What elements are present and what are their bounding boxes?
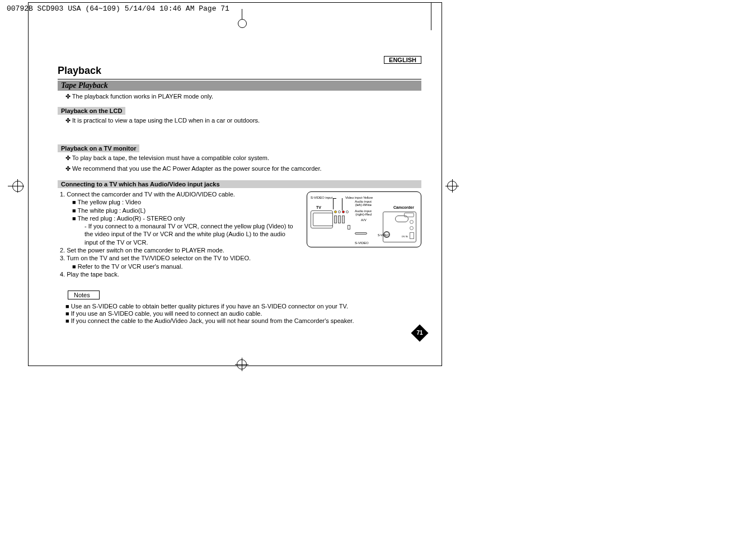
step-1a: ■ The yellow plug : Video bbox=[72, 198, 299, 206]
crop-mark-right-icon bbox=[447, 178, 463, 194]
tv-bullet-1: ✤ To play back a tape, the television mu… bbox=[65, 154, 421, 162]
connection-diagram: S-VIDEO input Video input-Yellow Audio i… bbox=[307, 191, 421, 247]
language-label: ENGLISH bbox=[384, 56, 421, 64]
notes-heading: Notes bbox=[68, 291, 100, 299]
step-3: 3. Turn on the TV and set the TV/VIDEO s… bbox=[60, 254, 299, 262]
steps-block: 1. Connect the camcorder and TV with the… bbox=[58, 190, 299, 278]
camcorder-tape-icon bbox=[404, 213, 414, 217]
page-number: 71 bbox=[416, 330, 422, 336]
crop-mark-left-icon bbox=[8, 178, 24, 194]
diagram-audio-left-label: Audio input(left)-White bbox=[355, 200, 372, 207]
tv-heading: Playback on a TV monitor bbox=[58, 144, 139, 152]
diagram-tv-label: TV bbox=[316, 205, 321, 209]
crop-mark-bottom-icon bbox=[234, 359, 250, 375]
lcd-bullet: ✤ It is practical to view a tape using t… bbox=[65, 117, 421, 124]
step-3a: ■ Refer to the TV or VCR user's manual. bbox=[72, 263, 299, 270]
note-3: ■ If you connect the cable to the Audio/… bbox=[65, 317, 421, 324]
title-rule bbox=[58, 79, 421, 79]
notes-list: ■ Use an S-VIDEO cable to obtain better … bbox=[60, 303, 421, 324]
camcorder-dial-icon bbox=[410, 220, 414, 224]
diagram-svideo-input-label: S-VIDEO input bbox=[311, 196, 332, 199]
ext-jack-icon bbox=[348, 225, 350, 229]
page-title: Playback bbox=[58, 65, 421, 77]
section-heading: Tape Playback bbox=[58, 81, 421, 91]
step-1b: ■ The white plug : Audio(L) bbox=[72, 207, 299, 214]
step-1c: ■ The red plug : Audio(R) - STEREO only bbox=[72, 214, 299, 222]
page-content: ENGLISH Playback Tape Playback ✤ The pla… bbox=[58, 56, 421, 325]
step-4: 4. Play the tape back. bbox=[60, 270, 299, 278]
step-1: 1. Connect the camcorder and TV with the… bbox=[60, 190, 299, 198]
intro-bullet: ✤ The playback function works in PLAYER … bbox=[65, 93, 421, 100]
step-2: 2. Set the power switch on the camcorder… bbox=[60, 246, 299, 254]
leader-line-icon bbox=[333, 198, 334, 209]
connecting-heading: Connecting to a TV which has Audio/Video… bbox=[58, 180, 421, 188]
note-1: ■ Use an S-VIDEO cable to obtain better … bbox=[65, 303, 421, 310]
jack-row-icon bbox=[334, 210, 349, 213]
camcorder-dial2-icon bbox=[410, 226, 414, 230]
trim-mark-icon bbox=[431, 2, 431, 30]
tv-bullet-2: ✤ We recommend that you use the AC Power… bbox=[65, 165, 421, 172]
camcorder-port-icon bbox=[410, 232, 414, 239]
leader-line-icon bbox=[342, 198, 342, 210]
diagram-svideo-label: S-VIDEO bbox=[355, 241, 369, 245]
tv-icon bbox=[311, 210, 333, 228]
diagram-camcorder-label: Camcorder bbox=[393, 205, 414, 209]
lcd-heading: Playback on the LCD bbox=[58, 107, 125, 115]
note-2: ■ If you use an S-VIDEO cable, you will … bbox=[65, 310, 421, 317]
crop-mark-top-icon bbox=[238, 9, 246, 25]
diagram-audio-right-label: Audio input(right)-Red bbox=[355, 209, 372, 216]
diagram-video-input-label: Video input-Yellow bbox=[345, 196, 373, 199]
av-plug-icon bbox=[355, 232, 367, 235]
diagram-av-label: A/V bbox=[361, 218, 367, 222]
step-1c-sub: - If you connect to a monaural TV or VCR… bbox=[84, 222, 299, 246]
cable-plugs-icon bbox=[334, 216, 345, 223]
print-header: 00792B SCD903 USA (64~109) 5/14/04 10:46… bbox=[7, 4, 229, 13]
